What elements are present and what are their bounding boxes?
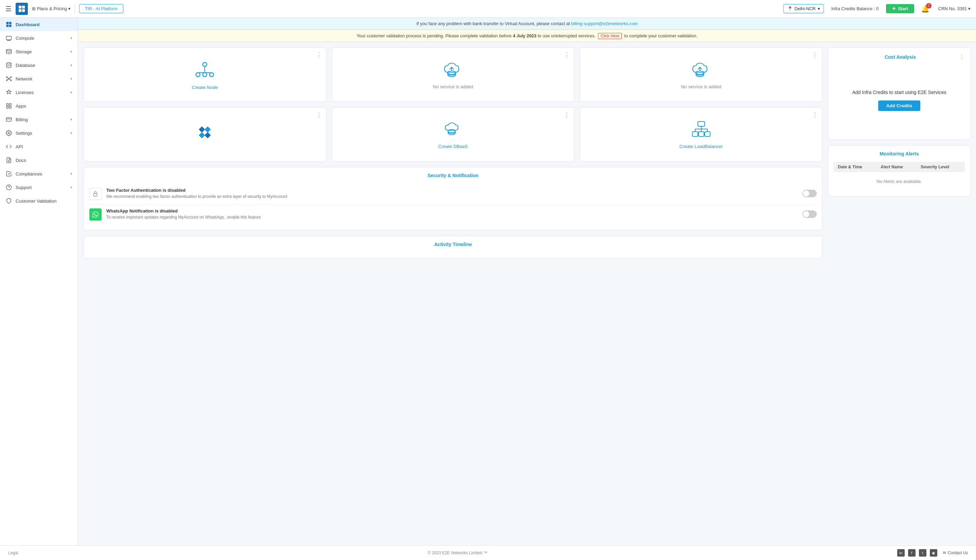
card-menu-icon-5[interactable]: ⋮ xyxy=(564,111,570,118)
whatsapp-toggle[interactable] xyxy=(802,210,817,218)
monitoring-alerts-title: Monitoring Alerts xyxy=(834,151,965,157)
create-loadbalancer-card[interactable]: ⋮ xyxy=(580,107,822,162)
validation-date: 4 July 2023 xyxy=(513,33,536,38)
region-selector[interactable]: 📍 Delhi-NCR ▾ xyxy=(784,4,824,13)
sidebar-item-settings[interactable]: Settings ▾ xyxy=(0,126,78,140)
svg-line-20 xyxy=(10,77,10,78)
security-panel: Security & Notification Two Factor Authe… xyxy=(84,167,822,230)
col-severity: Severity Level xyxy=(917,162,965,172)
svg-rect-47 xyxy=(692,132,698,137)
sidebar-item-storage[interactable]: Storage ▾ xyxy=(0,45,78,58)
svg-rect-48 xyxy=(699,132,704,137)
svg-rect-46 xyxy=(698,122,705,126)
cost-analysis-menu-icon[interactable]: ⋮ xyxy=(959,53,965,61)
sidebar-item-customer-validation[interactable]: Customer Validation xyxy=(0,194,78,208)
svg-point-18 xyxy=(10,80,12,81)
2fa-toggle[interactable] xyxy=(802,190,817,197)
tir-platform-button[interactable]: TIR - AI Platform xyxy=(79,4,123,13)
svg-rect-42 xyxy=(205,126,211,132)
add-credits-button[interactable]: Add Credits xyxy=(878,100,921,111)
create-dbaas-card[interactable]: ⋮ Create DBaaS xyxy=(332,107,575,162)
svg-point-45 xyxy=(448,129,455,132)
alerts-empty-text: No Alerts are available. xyxy=(834,172,965,191)
start-button[interactable]: ✈ Start xyxy=(886,4,914,13)
logo-icon xyxy=(16,3,28,15)
2fa-desc: We recommend enabling two factor authent… xyxy=(106,194,798,200)
whatsapp-desc: To receive important updates regarding M… xyxy=(106,215,798,220)
sidebar-item-compute[interactable]: Compute ▾ xyxy=(0,31,78,45)
2fa-item: Two Factor Authentication is disabled We… xyxy=(89,183,817,204)
create-loadbalancer-label: Create LoadBalancer xyxy=(680,144,723,149)
footer-legal[interactable]: Legal xyxy=(8,550,18,555)
main-content: If you face any problem with bank-transf… xyxy=(78,18,976,545)
billing-support-link[interactable]: billing-support@e2enetworks.com xyxy=(571,21,638,26)
whatsapp-text: WhatsApp Notification is disabled To rec… xyxy=(106,208,798,220)
svg-point-25 xyxy=(8,132,10,134)
dashboard-right: Cost Analysis ⋮ Add Infra Credits to sta… xyxy=(828,48,971,540)
sidebar-label-compute: Compute xyxy=(16,36,67,41)
svg-point-28 xyxy=(7,185,12,190)
col-datetime: Date & Time xyxy=(834,162,876,172)
twitter-icon[interactable]: t xyxy=(919,549,926,557)
card-menu-icon-2[interactable]: ⋮ xyxy=(564,51,570,59)
apps-card[interactable]: ⋮ xyxy=(84,107,326,162)
footer: Legal © 2023 E2E Networks Limited ™ in f… xyxy=(0,545,976,560)
cloud-db-icon-1 xyxy=(443,60,463,80)
cost-analysis-header: Cost Analysis ⋮ xyxy=(834,53,965,61)
svg-line-21 xyxy=(7,79,8,80)
validation-text-suffix: to use uninterrupted services. xyxy=(538,33,597,38)
activity-panel: Activity Timeline xyxy=(84,236,822,258)
sidebar-label-settings: Settings xyxy=(16,131,67,136)
cost-analysis-text: Add Infra Credits to start using E2E Ser… xyxy=(852,90,946,95)
no-service-card-1[interactable]: ⋮ No service is added xyxy=(332,48,575,102)
activity-panel-title: Activity Timeline xyxy=(89,242,817,247)
plans-pricing-menu[interactable]: ⊞ Plans & Pricing ▾ xyxy=(32,6,71,11)
2fa-text: Two Factor Authentication is disabled We… xyxy=(106,188,798,200)
storage-arrow-icon: ▾ xyxy=(70,50,72,54)
rss-icon[interactable]: ◉ xyxy=(930,549,937,557)
sidebar-item-docs[interactable]: Docs xyxy=(0,153,78,167)
click-here-link[interactable]: Click Here xyxy=(598,33,622,39)
notifications-bell[interactable]: 🔔 2 xyxy=(921,5,929,13)
sidebar-item-dashboard[interactable]: Dashboard xyxy=(0,18,78,31)
main-layout: Dashboard Compute ▾ Storage ▾ Database ▾ xyxy=(0,18,976,545)
validation-banner: Your customer validation process is pend… xyxy=(78,30,976,42)
card-menu-icon-6[interactable]: ⋮ xyxy=(812,111,818,118)
sidebar-item-api[interactable]: API xyxy=(0,140,78,153)
card-menu-icon[interactable]: ⋮ xyxy=(316,51,322,59)
linkedin-icon[interactable]: in xyxy=(897,549,905,557)
svg-rect-23 xyxy=(7,118,12,122)
cloud-db-icon-2 xyxy=(691,60,712,80)
create-node-card[interactable]: ⋮ Create Node xyxy=(84,48,326,102)
sidebar-item-compliances[interactable]: Compliances ▾ xyxy=(0,167,78,180)
svg-point-31 xyxy=(196,73,200,77)
hamburger-icon[interactable]: ☰ xyxy=(5,5,12,13)
create-dbaas-label: Create DBaaS xyxy=(438,144,468,149)
sidebar-item-network[interactable]: Network ▾ xyxy=(0,72,78,85)
card-menu-icon-3[interactable]: ⋮ xyxy=(812,51,818,59)
sidebar-item-licenses[interactable]: Licenses ▾ xyxy=(0,85,78,99)
facebook-icon[interactable]: f xyxy=(908,549,916,557)
svg-rect-43 xyxy=(199,132,205,138)
billing-icon xyxy=(5,116,12,123)
security-panel-title: Security & Notification xyxy=(89,173,817,178)
pin-icon: 📍 xyxy=(787,6,793,11)
sidebar-item-billing[interactable]: Billing ▾ xyxy=(0,113,78,126)
svg-point-13 xyxy=(7,63,11,65)
no-service-card-2[interactable]: ⋮ No service is added xyxy=(580,48,822,102)
sidebar-item-database[interactable]: Database ▾ xyxy=(0,58,78,72)
card-menu-icon-4[interactable]: ⋮ xyxy=(316,111,322,118)
sidebar-item-apps[interactable]: Apps xyxy=(0,99,78,113)
crn-label: CRN No. 3391 xyxy=(938,6,967,11)
start-label: Start xyxy=(898,6,908,11)
svg-point-12 xyxy=(7,49,12,51)
banner-blue-text: If you face any problem with bank-transf… xyxy=(416,21,571,26)
contact-icon: ✉ xyxy=(943,550,946,555)
sidebar-item-support[interactable]: Support ▾ xyxy=(0,180,78,194)
sidebar-label-network: Network xyxy=(16,77,67,82)
database-icon xyxy=(5,62,12,68)
cost-analysis-panel: Cost Analysis ⋮ Add Infra Credits to sta… xyxy=(828,48,971,140)
region-arrow-icon: ▾ xyxy=(818,6,820,11)
support-arrow-icon: ▾ xyxy=(70,185,72,190)
contact-us-link[interactable]: ✉ Contact Us xyxy=(943,550,968,555)
